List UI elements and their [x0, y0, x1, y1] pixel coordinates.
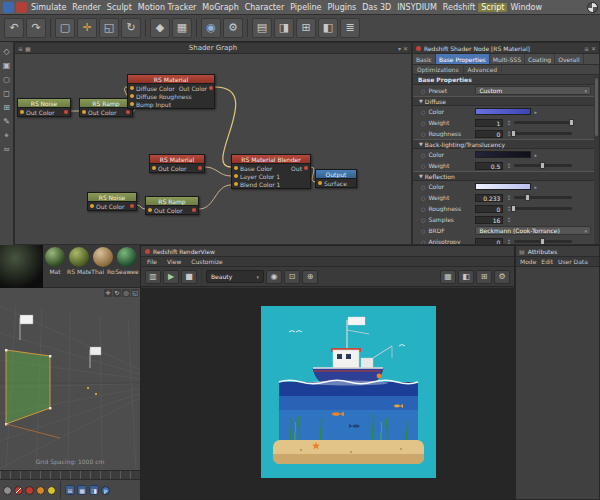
expand-arrow-icon[interactable]: ▸ — [534, 152, 537, 158]
material-preview-sphere[interactable] — [0, 245, 43, 288]
panel-menu-icon[interactable]: ≡ ▦ — [18, 43, 31, 54]
material-thumbnail[interactable] — [117, 247, 137, 267]
node-rs-ramp-2[interactable]: RS Ramp Out Color — [145, 196, 199, 215]
settings-icon[interactable]: ⚙ — [494, 270, 510, 284]
menu-item-redshift[interactable]: Redshift — [440, 3, 478, 12]
material-item[interactable]: Mat — [43, 245, 67, 287]
tab-overall[interactable]: Overall — [555, 54, 583, 64]
maximize-view-icon[interactable]: ◱ — [131, 289, 139, 297]
backlight-weight-slider[interactable] — [514, 164, 572, 167]
menu-item-window[interactable]: Window — [507, 3, 545, 12]
menu-view[interactable]: View — [167, 258, 181, 265]
model-mode-icon[interactable]: ◇ — [3, 48, 9, 56]
menu-item-motion-tracker[interactable]: Motion Tracker — [135, 3, 200, 12]
menu-item-insydium[interactable]: INSYDIUM — [394, 3, 440, 12]
attributes-titlebar[interactable]: ▤ Attributes — [516, 246, 599, 257]
redo-icon[interactable]: ↷ — [26, 18, 46, 38]
node-rs-material-blender[interactable]: RS Material Blender Base Color Out Layer… — [231, 154, 311, 189]
checker-ball-icon[interactable] — [587, 2, 598, 13]
tab-multi-sss[interactable]: Multi-SSS — [490, 54, 525, 64]
snapshot-icon[interactable]: ▥ — [145, 270, 161, 284]
timeline-ruler[interactable] — [0, 470, 140, 479]
diffuse-roughness-slider[interactable] — [514, 132, 572, 135]
material-thumbnail[interactable] — [93, 247, 113, 267]
keyframe-selection-icon[interactable]: ⊞ — [65, 485, 75, 495]
output-port[interactable] — [130, 204, 134, 208]
backlight-weight-input[interactable]: 0.5 — [475, 162, 503, 170]
rotate-tool-icon[interactable]: ↻ — [121, 18, 141, 38]
snap-icon[interactable]: ⌖ — [4, 132, 9, 140]
output-port[interactable] — [192, 208, 196, 212]
reflection-roughness-slider[interactable] — [514, 207, 572, 210]
menu-mode[interactable]: Mode — [520, 258, 536, 265]
input-port[interactable] — [20, 110, 24, 114]
menu-item-simulate[interactable]: Simulate — [28, 3, 69, 12]
texture-mode-icon[interactable]: ▣ — [3, 62, 11, 70]
selected-polygon[interactable] — [5, 349, 51, 425]
menu-user-data[interactable]: User Data — [558, 258, 588, 265]
viewport[interactable]: Grid Spacing: 1000 cm ✛ ↻ ◎ ◱ — [0, 288, 140, 470]
tab-basic[interactable]: Basic — [413, 54, 436, 64]
input-port[interactable] — [130, 86, 134, 90]
node-graph-canvas[interactable]: RS Noise Out Color RS Ramp Out Color RS … — [15, 54, 411, 244]
material-thumbnail[interactable] — [69, 247, 89, 267]
menu-item-mograph[interactable]: MoGraph — [199, 3, 241, 12]
last-tool-icon[interactable]: ◆ — [150, 18, 170, 38]
tab-optimizations[interactable]: Optimizations — [413, 65, 464, 74]
input-port[interactable] — [234, 174, 238, 178]
input-port[interactable] — [90, 204, 94, 208]
anisotropy-slider[interactable] — [514, 240, 572, 243]
flag-object[interactable] — [90, 347, 101, 368]
node-rs-ramp-1[interactable]: RS Ramp Out Color — [79, 98, 133, 117]
group-backlighting[interactable]: ▼ Back-lighting/Translucency — [413, 139, 599, 149]
spinner-icon[interactable]: ↕ — [506, 194, 511, 201]
rotate-view-icon[interactable]: ↻ — [113, 289, 121, 297]
grid-overlay-icon[interactable]: ▦ — [440, 270, 456, 284]
render-view-icon[interactable]: ◉ — [201, 18, 221, 38]
coordinates-icon[interactable]: ◨ — [274, 18, 294, 38]
preset-dropdown[interactable]: Custom ▾ — [475, 86, 591, 95]
group-diffuse[interactable]: ▼ Diffuse — [413, 96, 599, 106]
renderview-canvas[interactable] — [141, 288, 514, 499]
menu-item-character[interactable]: Character — [242, 3, 288, 12]
layout-icon[interactable]: ◧ — [318, 18, 338, 38]
backlight-color-swatch[interactable] — [475, 151, 531, 158]
output-port[interactable] — [209, 86, 213, 90]
material-item[interactable]: Thai_Ro — [91, 245, 115, 287]
document-icon[interactable] — [16, 2, 27, 13]
spinner-icon[interactable]: ↕ — [506, 162, 511, 169]
zoom-view-icon[interactable]: ◎ — [122, 289, 130, 297]
collapse-arrow-icon[interactable]: ▼ — [419, 141, 423, 147]
compare-icon[interactable]: ◧ — [458, 270, 474, 284]
diffuse-color-swatch[interactable] — [475, 108, 531, 115]
reflection-weight-slider[interactable] — [514, 196, 572, 199]
output-port[interactable] — [304, 166, 308, 170]
selection-tool-icon[interactable]: ▢ — [55, 18, 75, 38]
material-manager-icon[interactable]: ▤ — [252, 18, 272, 38]
polygons-mode-icon[interactable]: ◻ — [3, 90, 10, 98]
collapse-arrow-icon[interactable]: ▼ — [419, 98, 423, 104]
points-mode-icon[interactable]: ○ — [3, 76, 10, 84]
menu-icon[interactable]: ≣ — [340, 18, 360, 38]
diffuse-weight-input[interactable]: 1 — [475, 119, 503, 127]
record-rotation-icon[interactable] — [47, 486, 56, 495]
node-rs-material-2[interactable]: RS Material Out Color — [149, 154, 205, 173]
output-port[interactable] — [64, 110, 68, 114]
collapse-arrow-icon[interactable]: ▼ — [419, 173, 423, 179]
app-icon[interactable] — [3, 2, 14, 13]
material-item[interactable]: Seawee — [115, 245, 139, 287]
menu-item-script[interactable]: Script — [478, 3, 507, 12]
panel-options-icon[interactable]: ≡ ✕ — [584, 45, 596, 52]
panel-close-icon[interactable]: ▾ ✕ — [398, 43, 408, 54]
menu-item-plugins[interactable]: Plugins — [325, 3, 360, 12]
menu-item-render[interactable]: Render — [69, 3, 103, 12]
record-off-icon[interactable] — [14, 486, 23, 495]
start-render-icon[interactable]: ▶ — [163, 270, 179, 284]
anisotropy-input[interactable]: 0 — [475, 238, 503, 246]
tab-advanced[interactable]: Advanced — [464, 65, 503, 74]
spinner-icon[interactable]: ↕ — [506, 216, 511, 223]
input-port[interactable] — [318, 181, 322, 185]
output-port[interactable] — [126, 110, 130, 114]
spinner-icon[interactable]: ↕ — [506, 238, 511, 245]
layers-icon[interactable]: ⊞ — [476, 270, 492, 284]
